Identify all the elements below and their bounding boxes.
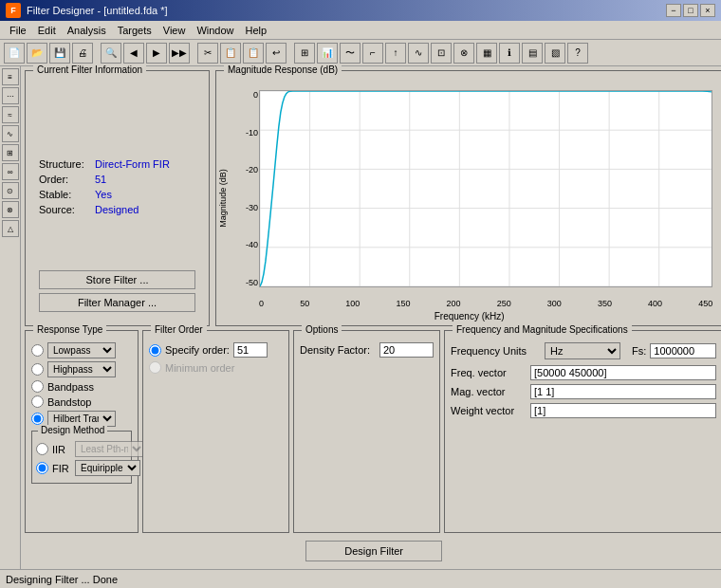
weight-vector-label: Weight vector <box>451 405 527 416</box>
x-tick-7: 350 <box>598 299 612 308</box>
highpass-select[interactable]: Highpass <box>47 361 116 377</box>
y-tick-0: 0 <box>235 90 258 100</box>
panel-icon-9[interactable]: △ <box>2 220 19 237</box>
mag-response-button[interactable]: 📊 <box>317 43 338 64</box>
phase-response-button[interactable]: 〜 <box>340 43 360 64</box>
panel-icon-7[interactable]: ⊙ <box>2 182 19 199</box>
panel-icon-6[interactable]: ∞ <box>2 163 19 180</box>
zoom-fit-button[interactable]: ⊞ <box>294 43 315 64</box>
close-button[interactable]: × <box>700 4 715 17</box>
filter-manager-button[interactable]: Filter Manager ... <box>39 293 195 312</box>
help-button[interactable]: ? <box>567 43 588 64</box>
iir-radio[interactable] <box>36 443 48 455</box>
title-bar: F Filter Designer - [untitled.fda *] − □… <box>0 0 721 21</box>
fir-row: FIR Equiripple <box>36 460 127 476</box>
specify-order-radio[interactable] <box>149 344 161 357</box>
menu-analysis[interactable]: Analysis <box>62 23 112 38</box>
stable-value: Yes <box>95 189 112 200</box>
menu-targets[interactable]: Targets <box>112 23 157 38</box>
bandpass-label: Bandpass <box>47 381 94 393</box>
bandstop-radio[interactable] <box>31 395 44 408</box>
set-prefs-button[interactable]: ▧ <box>545 43 565 64</box>
back-button[interactable]: ◀ <box>123 43 144 64</box>
menu-view[interactable]: View <box>157 23 192 38</box>
design-filter-button[interactable]: Design Filter <box>305 541 442 561</box>
panel-icon-5[interactable]: ⊞ <box>2 144 19 161</box>
filter-info-button[interactable]: ℹ <box>499 43 520 64</box>
filter-order-title: Filter Order <box>151 324 207 335</box>
open-button[interactable]: 📂 <box>27 43 47 64</box>
panel-icon-1[interactable]: ≡ <box>2 68 19 85</box>
menu-help[interactable]: Help <box>240 23 273 38</box>
menu-window[interactable]: Window <box>191 23 239 38</box>
density-factor-input[interactable] <box>379 342 434 358</box>
store-filter-button[interactable]: Store Filter ... <box>39 270 195 289</box>
y-axis-ticks: 0 -10 -20 -30 -40 -50 <box>235 90 258 287</box>
panel-icon-2[interactable]: ⋯ <box>2 87 19 104</box>
chart-svg <box>260 91 712 286</box>
x-axis-label: Frequency (kHz) <box>434 311 505 322</box>
iir-row: IIR Least Pth-norm <box>36 441 127 457</box>
menu-edit[interactable]: Edit <box>32 23 62 38</box>
panel-icon-3[interactable]: ≈ <box>2 106 19 123</box>
fs-input[interactable] <box>650 343 716 358</box>
panel-icon-8[interactable]: ⊗ <box>2 201 19 218</box>
new-button[interactable]: 📄 <box>4 43 25 64</box>
highpass-radio[interactable] <box>31 363 44 376</box>
maximize-button[interactable]: □ <box>683 4 698 17</box>
undo-button[interactable]: ↩ <box>266 43 287 64</box>
y-tick-2: -20 <box>235 165 258 175</box>
run-button[interactable]: ▶▶ <box>169 43 190 64</box>
weight-vector-input[interactable] <box>530 403 716 418</box>
specify-order-input[interactable] <box>233 342 268 358</box>
paste-button[interactable]: 📋 <box>243 43 264 64</box>
phasedelay-button[interactable]: ⊡ <box>431 43 452 64</box>
structure-row: Structure: Direct-Form FIR <box>39 158 195 170</box>
cut-button[interactable]: ✂ <box>197 43 218 64</box>
zoom-in-button[interactable]: 🔍 <box>101 43 121 64</box>
save-button[interactable]: 💾 <box>49 43 70 64</box>
fir-method-select[interactable]: Equiripple <box>75 460 140 476</box>
options-title: Options <box>302 324 342 335</box>
hilbert-radio[interactable] <box>31 413 44 425</box>
minimize-button[interactable]: − <box>666 4 681 17</box>
chart-plot-area <box>259 90 712 287</box>
panel-icon-4[interactable]: ∿ <box>2 125 19 142</box>
filter-coeff-button[interactable]: ▦ <box>476 43 497 64</box>
filter-props: Structure: Direct-Form FIR Order: 51 Sta… <box>39 158 195 263</box>
forward-button[interactable]: ▶ <box>146 43 167 64</box>
freq-vector-input[interactable] <box>530 365 716 380</box>
grpdelay-button[interactable]: ∿ <box>408 43 429 64</box>
bandpass-row: Bandpass <box>31 380 132 393</box>
step-button[interactable]: ⌐ <box>362 43 383 64</box>
copy-button[interactable]: 📋 <box>220 43 241 64</box>
weight-vector-row: Weight vector <box>451 403 716 418</box>
x-tick-5: 250 <box>497 299 511 308</box>
polezero-button[interactable]: ⊗ <box>453 43 474 64</box>
iir-method-select[interactable]: Least Pth-norm <box>75 441 145 457</box>
lowpass-row: Lowpass <box>31 342 132 358</box>
source-row: Source: Designed <box>39 204 195 215</box>
mag-vector-input[interactable] <box>530 384 716 399</box>
order-value: 51 <box>95 174 106 185</box>
menu-file[interactable]: File <box>4 23 32 38</box>
lowpass-radio[interactable] <box>31 344 44 357</box>
minimum-order-radio[interactable] <box>149 361 161 374</box>
bandstop-label: Bandstop <box>47 396 91 408</box>
print-button[interactable]: 🖨 <box>72 43 93 64</box>
freq-units-select[interactable]: Hz kHz MHz Normalized <box>545 342 620 359</box>
freq-vector-label: Freq. vector <box>451 367 527 378</box>
y-tick-5: -50 <box>235 278 258 287</box>
fir-radio[interactable] <box>36 462 48 474</box>
minimum-order-row: Minimum order <box>149 361 283 374</box>
bandstop-row: Bandstop <box>31 395 132 408</box>
bandpass-radio[interactable] <box>31 380 44 393</box>
impulse-button[interactable]: ↑ <box>385 43 406 64</box>
set-analysis-button[interactable]: ▤ <box>522 43 543 64</box>
x-axis-ticks: 0 50 100 150 200 250 300 350 400 450 <box>259 299 712 308</box>
filter-order-panel: Filter Order Specify order: Minimum orde… <box>142 330 289 533</box>
lowpass-select[interactable]: Lowpass <box>47 342 116 358</box>
fs-label: Fs: <box>632 345 646 357</box>
chart-title: Magnitude Response (dB) <box>224 64 342 75</box>
filter-info-content: Structure: Direct-Form FIR Order: 51 Sta… <box>31 83 203 320</box>
